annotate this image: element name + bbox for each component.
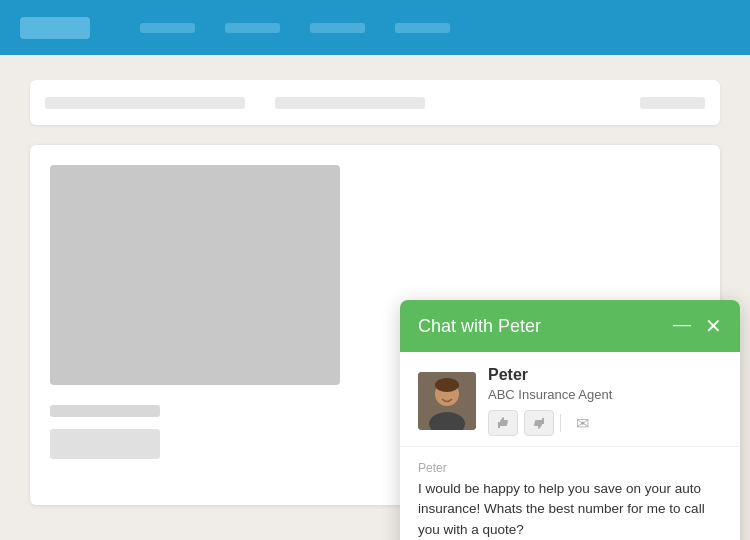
- thumbs-down-button[interactable]: [524, 410, 554, 436]
- chat-header: Chat with Peter — ✕: [400, 300, 740, 352]
- chat-messages: Peter I would be happy to help you save …: [400, 447, 740, 540]
- agent-company: ABC Insurance Agent: [488, 387, 722, 402]
- chat-header-controls: — ✕: [673, 314, 722, 338]
- nav-links: [140, 23, 450, 33]
- agent-avatar: [418, 372, 476, 430]
- search-placeholder-2: [275, 97, 425, 109]
- nav-link-solutions[interactable]: [225, 23, 280, 33]
- nav-logo[interactable]: [20, 17, 90, 39]
- card-image: [50, 165, 340, 385]
- search-placeholder-1: [45, 97, 245, 109]
- agent-info: Peter ABC Insurance Agent: [400, 352, 740, 447]
- message-text-1: I would be happy to help you save on you…: [418, 479, 722, 540]
- chat-header-title: Chat with Peter: [418, 316, 541, 337]
- chat-minimize-button[interactable]: —: [673, 315, 691, 333]
- action-divider: [560, 414, 561, 432]
- mail-button[interactable]: ✉: [567, 410, 597, 436]
- svg-point-2: [435, 378, 459, 392]
- chat-widget: Chat with Peter — ✕: [400, 300, 740, 540]
- nav-link-about[interactable]: [395, 23, 450, 33]
- nav-link-resources[interactable]: [310, 23, 365, 33]
- content-area: Chat with Peter — ✕: [0, 55, 750, 530]
- nav-link-products[interactable]: [140, 23, 195, 33]
- card-content: [50, 405, 160, 471]
- agent-name: Peter: [488, 366, 722, 384]
- top-nav: [0, 0, 750, 55]
- content-line-1: [50, 405, 160, 417]
- message-sender-1: Peter: [418, 461, 722, 475]
- main-card: Chat with Peter — ✕: [30, 145, 720, 505]
- chat-close-button[interactable]: ✕: [705, 314, 722, 338]
- search-row: [30, 80, 720, 125]
- agent-details: Peter ABC Insurance Agent: [488, 366, 722, 436]
- content-line-2: [50, 429, 160, 459]
- thumbs-up-button[interactable]: [488, 410, 518, 436]
- agent-actions: ✉: [488, 410, 722, 436]
- search-button-placeholder[interactable]: [640, 97, 705, 109]
